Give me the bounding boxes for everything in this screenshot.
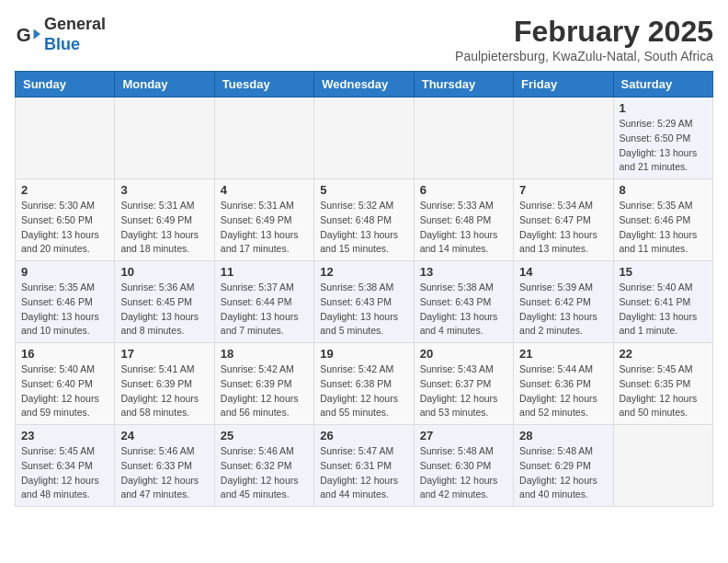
day-info: Sunrise: 5:32 AM Sunset: 6:48 PM Dayligh… <box>320 199 407 257</box>
calendar-day-cell <box>115 98 214 179</box>
weekday-header: Sunday <box>16 72 115 98</box>
month-year: February 2025 <box>455 15 713 49</box>
day-number: 13 <box>420 265 507 279</box>
calendar-day-cell: 6Sunrise: 5:33 AM Sunset: 6:48 PM Daylig… <box>414 179 513 261</box>
day-info: Sunrise: 5:39 AM Sunset: 6:42 PM Dayligh… <box>519 281 607 339</box>
page-header: G General Blue February 2025 Paulpieters… <box>15 15 713 63</box>
day-info: Sunrise: 5:43 AM Sunset: 6:37 PM Dayligh… <box>420 362 507 420</box>
day-number: 27 <box>420 429 507 442</box>
day-info: Sunrise: 5:40 AM Sunset: 6:40 PM Dayligh… <box>21 362 108 420</box>
day-number: 1 <box>620 101 707 115</box>
calendar-day-cell: 26Sunrise: 5:47 AM Sunset: 6:31 PM Dayli… <box>314 425 414 507</box>
day-number: 24 <box>120 429 208 442</box>
weekday-header: Wednesday <box>314 72 414 98</box>
day-number: 4 <box>221 183 308 197</box>
calendar-day-cell: 24Sunrise: 5:46 AM Sunset: 6:33 PM Dayli… <box>115 425 214 507</box>
calendar-day-cell: 22Sunrise: 5:45 AM Sunset: 6:35 PM Dayli… <box>613 343 712 425</box>
weekday-header: Thursday <box>414 72 513 98</box>
location: Paulpietersburg, KwaZulu-Natal, South Af… <box>455 49 713 63</box>
calendar-week-row: 16Sunrise: 5:40 AM Sunset: 6:40 PM Dayli… <box>16 343 713 425</box>
day-number: 20 <box>420 347 507 361</box>
calendar-week-row: 1Sunrise: 5:29 AM Sunset: 6:50 PM Daylig… <box>16 98 713 179</box>
calendar-day-cell: 17Sunrise: 5:41 AM Sunset: 6:39 PM Dayli… <box>115 343 214 425</box>
day-number: 14 <box>519 265 607 279</box>
day-info: Sunrise: 5:29 AM Sunset: 6:50 PM Dayligh… <box>620 117 707 175</box>
calendar-day-cell: 18Sunrise: 5:42 AM Sunset: 6:39 PM Dayli… <box>214 343 313 425</box>
day-number: 6 <box>420 183 507 197</box>
day-info: Sunrise: 5:44 AM Sunset: 6:36 PM Dayligh… <box>519 362 607 420</box>
day-number: 28 <box>519 429 607 442</box>
calendar-day-cell: 19Sunrise: 5:42 AM Sunset: 6:38 PM Dayli… <box>314 343 414 425</box>
day-number: 9 <box>21 265 108 279</box>
day-number: 16 <box>21 347 108 361</box>
day-number: 23 <box>21 429 108 442</box>
calendar-day-cell: 2Sunrise: 5:30 AM Sunset: 6:50 PM Daylig… <box>16 179 115 261</box>
calendar-day-cell: 23Sunrise: 5:45 AM Sunset: 6:34 PM Dayli… <box>16 425 115 507</box>
day-info: Sunrise: 5:45 AM Sunset: 6:34 PM Dayligh… <box>21 444 108 502</box>
calendar-week-row: 2Sunrise: 5:30 AM Sunset: 6:50 PM Daylig… <box>16 179 713 261</box>
weekday-header: Tuesday <box>214 72 313 98</box>
day-number: 2 <box>21 183 108 197</box>
day-info: Sunrise: 5:34 AM Sunset: 6:47 PM Dayligh… <box>519 199 607 257</box>
day-number: 17 <box>120 347 208 361</box>
day-info: Sunrise: 5:48 AM Sunset: 6:29 PM Dayligh… <box>519 444 607 502</box>
day-number: 3 <box>120 183 208 197</box>
day-number: 7 <box>519 183 607 197</box>
day-info: Sunrise: 5:41 AM Sunset: 6:39 PM Dayligh… <box>120 362 208 420</box>
calendar-day-cell <box>214 98 313 179</box>
weekday-header: Monday <box>115 72 214 98</box>
day-info: Sunrise: 5:37 AM Sunset: 6:44 PM Dayligh… <box>221 281 308 339</box>
calendar-table: SundayMondayTuesdayWednesdayThursdayFrid… <box>15 71 713 507</box>
calendar-day-cell: 11Sunrise: 5:37 AM Sunset: 6:44 PM Dayli… <box>214 261 313 343</box>
calendar-day-cell: 4Sunrise: 5:31 AM Sunset: 6:49 PM Daylig… <box>214 179 313 261</box>
logo: G General Blue <box>15 15 106 54</box>
day-number: 12 <box>320 265 407 279</box>
calendar-week-row: 9Sunrise: 5:35 AM Sunset: 6:46 PM Daylig… <box>16 261 713 343</box>
day-info: Sunrise: 5:45 AM Sunset: 6:35 PM Dayligh… <box>620 362 707 420</box>
day-info: Sunrise: 5:40 AM Sunset: 6:41 PM Dayligh… <box>620 281 707 339</box>
svg-marker-1 <box>34 29 40 39</box>
calendar-day-cell: 9Sunrise: 5:35 AM Sunset: 6:46 PM Daylig… <box>16 261 115 343</box>
day-number: 19 <box>320 347 407 361</box>
weekday-header: Saturday <box>613 72 712 98</box>
calendar-day-cell: 14Sunrise: 5:39 AM Sunset: 6:42 PM Dayli… <box>514 261 613 343</box>
calendar-day-cell <box>613 425 712 507</box>
day-info: Sunrise: 5:31 AM Sunset: 6:49 PM Dayligh… <box>120 199 208 257</box>
logo-icon: G <box>15 22 40 48</box>
calendar-day-cell: 15Sunrise: 5:40 AM Sunset: 6:41 PM Dayli… <box>613 261 712 343</box>
calendar-day-cell: 8Sunrise: 5:35 AM Sunset: 6:46 PM Daylig… <box>613 179 712 261</box>
day-info: Sunrise: 5:48 AM Sunset: 6:30 PM Dayligh… <box>420 444 507 502</box>
logo-text: General Blue <box>44 15 106 54</box>
day-number: 26 <box>320 429 407 442</box>
day-info: Sunrise: 5:33 AM Sunset: 6:48 PM Dayligh… <box>420 199 507 257</box>
calendar-day-cell: 3Sunrise: 5:31 AM Sunset: 6:49 PM Daylig… <box>115 179 214 261</box>
calendar-day-cell: 5Sunrise: 5:32 AM Sunset: 6:48 PM Daylig… <box>314 179 414 261</box>
calendar-day-cell: 20Sunrise: 5:43 AM Sunset: 6:37 PM Dayli… <box>414 343 513 425</box>
day-number: 5 <box>320 183 407 197</box>
day-info: Sunrise: 5:38 AM Sunset: 6:43 PM Dayligh… <box>420 281 507 339</box>
weekday-header: Friday <box>514 72 613 98</box>
day-number: 22 <box>620 347 707 361</box>
day-number: 21 <box>519 347 607 361</box>
title-block: February 2025 Paulpietersburg, KwaZulu-N… <box>455 15 713 63</box>
svg-text:G: G <box>17 23 31 44</box>
day-info: Sunrise: 5:35 AM Sunset: 6:46 PM Dayligh… <box>21 281 108 339</box>
calendar-day-cell <box>414 98 513 179</box>
day-info: Sunrise: 5:47 AM Sunset: 6:31 PM Dayligh… <box>320 444 407 502</box>
day-number: 11 <box>221 265 308 279</box>
calendar-day-cell: 7Sunrise: 5:34 AM Sunset: 6:47 PM Daylig… <box>514 179 613 261</box>
calendar-header-row: SundayMondayTuesdayWednesdayThursdayFrid… <box>16 72 713 98</box>
calendar-day-cell <box>314 98 414 179</box>
calendar-week-row: 23Sunrise: 5:45 AM Sunset: 6:34 PM Dayli… <box>16 425 713 507</box>
day-info: Sunrise: 5:30 AM Sunset: 6:50 PM Dayligh… <box>21 199 108 257</box>
day-number: 18 <box>221 347 308 361</box>
day-number: 15 <box>620 265 707 279</box>
calendar-day-cell: 16Sunrise: 5:40 AM Sunset: 6:40 PM Dayli… <box>16 343 115 425</box>
day-info: Sunrise: 5:35 AM Sunset: 6:46 PM Dayligh… <box>620 199 707 257</box>
calendar-day-cell: 12Sunrise: 5:38 AM Sunset: 6:43 PM Dayli… <box>314 261 414 343</box>
day-info: Sunrise: 5:31 AM Sunset: 6:49 PM Dayligh… <box>221 199 308 257</box>
calendar-day-cell: 10Sunrise: 5:36 AM Sunset: 6:45 PM Dayli… <box>115 261 214 343</box>
day-number: 10 <box>120 265 208 279</box>
day-info: Sunrise: 5:36 AM Sunset: 6:45 PM Dayligh… <box>120 281 208 339</box>
calendar-day-cell: 25Sunrise: 5:46 AM Sunset: 6:32 PM Dayli… <box>214 425 313 507</box>
